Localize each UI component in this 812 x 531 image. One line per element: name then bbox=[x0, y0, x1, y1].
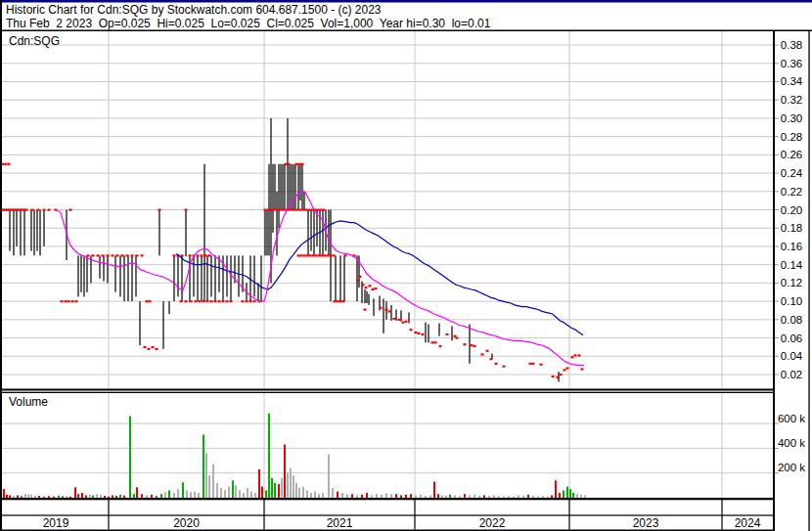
year-label: 2021 bbox=[327, 516, 353, 530]
volume-tick-label: 400 k bbox=[778, 437, 805, 449]
chart-title: Historic Chart for Cdn:SQG by Stockwatch… bbox=[6, 3, 382, 17]
volume-tick-label: 200 k bbox=[778, 462, 805, 473]
quote-summary-line: Thu Feb 2 2023 Op=0.025 Hi=0.025 Lo=0.02… bbox=[6, 17, 490, 30]
volume-bars bbox=[3, 414, 586, 498]
price-tick-label: 0.30 bbox=[781, 112, 802, 124]
year-label: 2024 bbox=[735, 516, 761, 530]
price-tick-label: 0.06 bbox=[781, 332, 802, 344]
price-tick-label: 0.32 bbox=[781, 94, 802, 106]
price-tick-label: 0.16 bbox=[781, 241, 802, 252]
price-tick-label: 0.18 bbox=[781, 222, 802, 234]
price-tick-label: 0.22 bbox=[781, 186, 802, 198]
ma-line-slow bbox=[176, 221, 583, 335]
price-tick-label: 0.26 bbox=[781, 149, 802, 160]
volume-gridlines bbox=[2, 423, 779, 474]
price-axis-labels: 0.380.360.340.320.300.280.260.240.220.20… bbox=[781, 39, 803, 380]
year-label: 2020 bbox=[173, 516, 200, 530]
year-label: 2022 bbox=[479, 516, 506, 530]
historic-chart-canvas: 2019202020212022202320240.380.360.340.32… bbox=[0, 0, 812, 531]
price-tick-label: 0.10 bbox=[781, 295, 802, 307]
price-tick-label: 0.08 bbox=[781, 314, 802, 326]
chart-frame bbox=[0, 0, 812, 531]
volume-pane-label: Volume bbox=[9, 395, 48, 409]
price-tick-label: 0.20 bbox=[781, 204, 802, 216]
year-label: 2023 bbox=[633, 516, 659, 530]
ohlc-bars bbox=[9, 118, 559, 382]
price-tick-label: 0.38 bbox=[781, 39, 802, 51]
price-tick-label: 0.14 bbox=[781, 259, 803, 271]
volume-tick-label: 600 k bbox=[778, 413, 805, 424]
volume-axis-labels: 600 k400 k200 k bbox=[778, 413, 805, 474]
price-tick-label: 0.04 bbox=[781, 350, 803, 362]
price-tick-label: 0.34 bbox=[781, 75, 803, 87]
price-gridlines bbox=[2, 45, 779, 376]
price-tick-label: 0.12 bbox=[781, 277, 802, 288]
price-tick-label: 0.24 bbox=[781, 167, 803, 179]
stockwatch-chart-window: 2019202020212022202320240.380.360.340.32… bbox=[0, 0, 812, 531]
price-tick-label: 0.02 bbox=[781, 369, 802, 380]
close-dots bbox=[2, 163, 584, 378]
year-label: 2019 bbox=[43, 516, 69, 530]
year-axis: 201920202021202220232024 bbox=[43, 499, 761, 530]
ma-line-fast bbox=[56, 191, 584, 366]
symbol-label: Cdn:SQG bbox=[9, 34, 60, 48]
price-tick-label: 0.36 bbox=[781, 58, 802, 69]
price-tick-label: 0.28 bbox=[781, 131, 802, 143]
